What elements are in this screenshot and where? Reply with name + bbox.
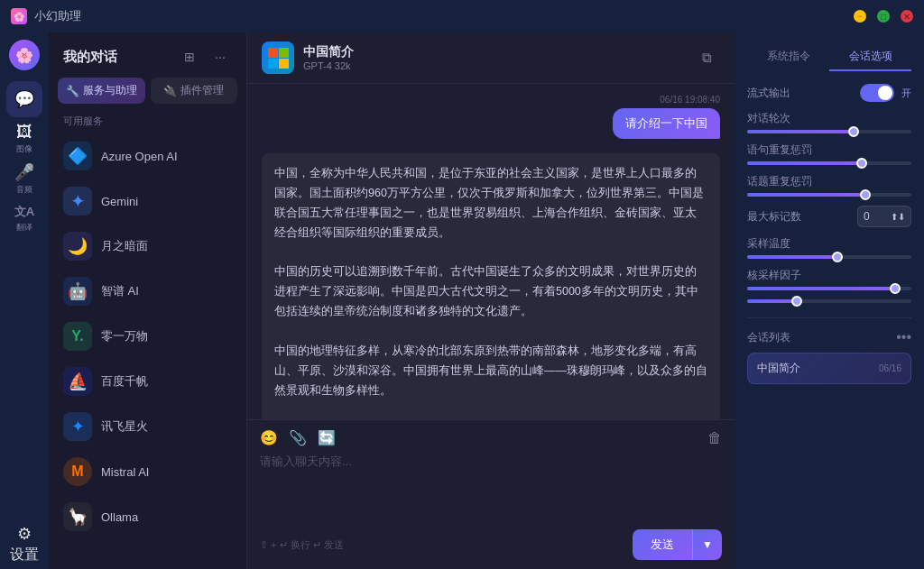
service-item-moon[interactable]: 🌙 月之暗面 [49,224,246,269]
maximize-button[interactable]: □ [877,10,890,23]
service-item-baidu[interactable]: ⛵ 百度千帆 [49,359,246,404]
streaming-toggle[interactable] [860,84,894,102]
service-item-azure[interactable]: 🔷 Azure Open AI [49,133,246,179]
panel-tabs: 系统指令 会话选项 [747,43,911,71]
streaming-on-label: 开 [901,87,911,100]
service-item-ollama[interactable]: 🦙 Ollama [49,494,246,539]
top-p-label: 核采样因子 [747,268,911,283]
svg-rect-1 [279,48,289,58]
max-tokens-row: 最大标记数 0 ⬆⬇ [747,206,911,227]
translate-icon: 文A [14,204,34,220]
top-p-fill [747,287,895,290]
nav-label-translate: 翻译 [16,222,32,234]
topic-penalty-slider-row: 话题重复惩罚 [747,174,911,197]
baidu-icon: ⛵ [63,367,92,396]
right-panel: 系统指令 会话选项 流式输出 开 对话轮次 语句重复惩罚 [735,32,924,569]
top-p-slider[interactable] [747,287,911,290]
chat-icon: 💬 [14,89,34,109]
chat-header-left: 中国简介 GPT-4 32k [262,41,354,74]
grid-view-button[interactable]: ⊞ [178,45,201,69]
attach-button[interactable]: 📎 [289,429,307,446]
nav-label-settings: 设置 [10,546,39,564]
close-button[interactable]: ✕ [901,10,913,23]
chat-service-icon [262,41,294,74]
emoji-button[interactable]: 😊 [260,429,278,446]
tab-system-instructions[interactable]: 系统指令 [747,43,829,71]
turns-label: 对话轮次 [747,111,911,126]
nav-label-image: 图像 [16,143,32,155]
repeat-penalty-slider-row: 语句重复惩罚 [747,142,911,165]
toolbar-left: 😊 📎 🔄 [260,429,336,446]
repeat-penalty-thumb [856,158,867,169]
session-name: 中国简介 [757,361,800,376]
expand-button[interactable]: ⧉ [693,44,720,71]
sidebar-title: 我的对话 [63,49,117,66]
service-item-zhihao[interactable]: 🤖 智谱 AI [49,269,246,314]
streaming-control: 开 [860,84,911,102]
chat-area: 中国简介 GPT-4 32k ⧉ 06/16 19:08:40 请介绍一下中国 … [247,32,735,569]
input-hints: ⇧ + ↵ 换行 ↵ 发送 [260,538,344,552]
zhihao-name: 智谱 AI [101,283,139,299]
clear-button[interactable]: 🗑 [707,430,722,446]
service-item-lingyi[interactable]: Y. 零一万物 [49,314,246,359]
window-controls: － □ ✕ [854,10,913,23]
nav-item-translate[interactable]: 文A 翻译 [6,200,42,236]
extra-slider-row [747,299,911,303]
temperature-slider[interactable] [747,255,911,259]
repeat-penalty-slider[interactable] [747,161,911,165]
topic-penalty-slider[interactable] [747,193,911,197]
max-tokens-input[interactable]: 0 ⬆⬇ [857,206,911,227]
minimize-button[interactable]: － [854,10,866,23]
panel-divider [747,317,911,318]
user-bubble: 请介绍一下中国 [613,108,720,139]
user-message-group: 06/16 19:08:40 请介绍一下中国 [262,95,720,139]
service-item-gemini[interactable]: ✦ Gemini [49,179,246,224]
service-item-xunfei[interactable]: ✦ 讯飞星火 [49,404,246,449]
chat-input[interactable] [260,454,722,519]
image-icon: 🖼 [16,123,32,142]
svg-rect-0 [268,48,278,58]
session-list-more[interactable]: ••• [896,329,911,345]
chat-input-footer: ⇧ + ↵ 换行 ↵ 发送 发送 ▼ [260,529,722,560]
repeat-penalty-label: 语句重复惩罚 [747,142,911,158]
nav-item-audio[interactable]: 🎤 音频 [6,161,42,197]
top-p-slider-row: 核采样因子 [747,268,911,290]
max-tokens-label: 最大标记数 [747,209,801,225]
tab-services[interactable]: 🔧 服务与助理 [58,78,145,104]
turns-fill [747,130,854,133]
app-body: 🌸 💬 🖼 图像 🎤 音频 文A 翻译 ⚙ 设置 我的对话 ⊞ ··· [0,32,924,569]
temperature-thumb [832,252,843,262]
nav-item-image[interactable]: 🖼 图像 [6,121,42,157]
send-dropdown-button[interactable]: ▼ [692,529,722,560]
refresh-button[interactable]: 🔄 [318,429,336,446]
sidebar-actions: ⊞ ··· [178,45,232,69]
moon-icon: 🌙 [63,232,92,261]
temperature-fill [747,255,837,259]
service-item-mistral[interactable]: M Mistral AI [49,449,246,494]
turns-slider[interactable] [747,130,911,133]
services-tab-icon: 🔧 [66,85,79,97]
xunfei-icon: ✦ [63,412,92,441]
tab-plugins[interactable]: 🔌 插件管理 [151,78,238,104]
sidebar-tabs: 🔧 服务与助理 🔌 插件管理 [49,78,246,104]
service-list: 🔷 Azure Open AI ✦ Gemini 🌙 月之暗面 🤖 智谱 AI … [49,133,246,569]
max-tokens-value: 0 [864,210,870,223]
nav-label-audio: 音频 [16,184,32,196]
chat-messages: 06/16 19:08:40 请介绍一下中国 中国，全称为中华人民共和国，是位于… [247,84,735,419]
streaming-label: 流式输出 [747,86,790,101]
repeat-penalty-fill [747,161,862,165]
tab-session-options[interactable]: 会话选项 [829,43,911,71]
ollama-name: Ollama [101,510,138,524]
extra-slider[interactable] [747,299,911,303]
settings-icon: ⚙ [17,524,32,544]
nav-item-chat[interactable]: 💬 [6,81,42,117]
session-list-header: 会话列表 ••• [747,329,911,345]
lingyi-name: 零一万物 [101,328,148,344]
zhihao-icon: 🤖 [63,277,92,306]
nav-settings[interactable]: ⚙ 设置 [6,526,42,562]
chat-header-right: ⧉ [693,44,720,71]
chat-input-area: 😊 📎 🔄 🗑 ⇧ + ↵ 换行 ↵ 发送 发送 ▼ [247,419,735,569]
more-options-button[interactable]: ··· [208,45,232,69]
session-item[interactable]: 中国简介 06/16 [747,353,911,384]
send-button[interactable]: 发送 [633,529,692,560]
